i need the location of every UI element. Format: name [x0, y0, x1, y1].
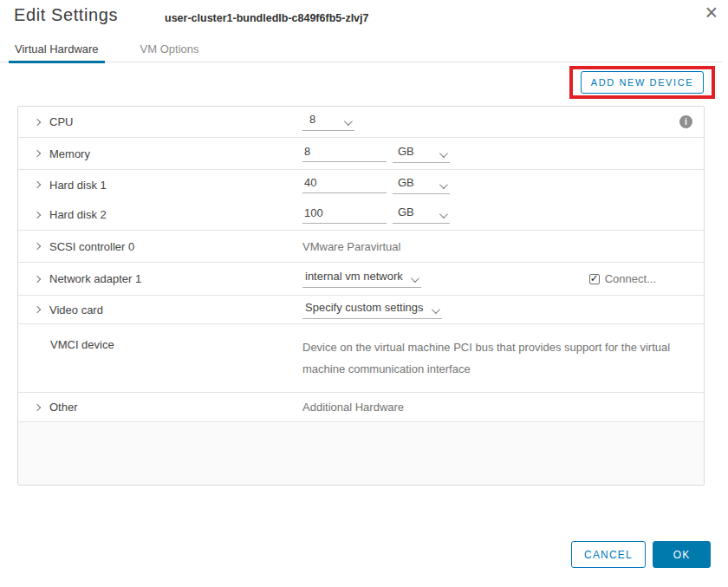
annotation-highlight-box: ADD NEW DEVICE — [569, 66, 715, 99]
connect-checkbox[interactable] — [589, 274, 600, 284]
info-icon[interactable]: i — [679, 115, 692, 128]
hard-disk-1-unit-value: GB — [398, 176, 414, 189]
close-icon[interactable]: × — [705, 2, 718, 23]
other-value: Additional Hardware — [302, 401, 404, 414]
expand-chevron-icon[interactable] — [34, 403, 41, 410]
expand-chevron-icon[interactable] — [34, 212, 41, 218]
network-select[interactable]: internal vm network — [302, 270, 421, 288]
chevron-down-icon — [411, 274, 419, 283]
table-empty-area — [18, 422, 704, 485]
tab-bar: Virtual Hardware VM Options — [0, 40, 722, 62]
scsi-value: VMware Paravirtual — [302, 240, 400, 253]
vmci-description: Device on the virtual machine PCI bus th… — [302, 336, 694, 380]
other-label: Other — [49, 401, 78, 414]
chevron-down-icon — [344, 117, 353, 126]
cpu-label: CPU — [49, 115, 73, 128]
video-label-cell: Video card — [18, 303, 302, 316]
expand-chevron-icon[interactable] — [34, 306, 41, 313]
memory-unit-select[interactable]: GB — [393, 145, 450, 163]
row-scsi-controller: SCSI controller 0 VMware Paravirtual — [18, 231, 704, 263]
hard-disk-1-label-cell: Hard disk 1 — [18, 179, 302, 192]
connect-option: Connect... — [589, 272, 656, 285]
row-hard-disk-1: Hard disk 1 GB — [18, 170, 704, 200]
hard-disk-2-label-cell: Hard disk 2 — [18, 208, 302, 221]
expand-chevron-icon[interactable] — [34, 181, 41, 188]
row-other: Other Additional Hardware — [18, 393, 704, 422]
memory-value-input[interactable] — [302, 145, 387, 162]
network-label: Network adapter 1 — [49, 272, 141, 285]
dialog-title: Edit Settings — [14, 5, 118, 25]
scsi-label: SCSI controller 0 — [49, 240, 134, 253]
expand-chevron-icon[interactable] — [34, 150, 41, 157]
cpu-count-select[interactable]: 8 — [302, 113, 354, 131]
row-memory: Memory GB — [18, 138, 704, 170]
row-hard-disk-2: Hard disk 2 GB — [18, 200, 704, 231]
tab-vm-options[interactable]: VM Options — [134, 40, 205, 62]
cpu-label-cell: CPU — [18, 115, 302, 128]
hard-disk-2-label: Hard disk 2 — [49, 208, 107, 221]
vmci-label: VMCI device — [50, 338, 114, 351]
row-video-card: Video card Specify custom settings — [18, 296, 704, 324]
add-new-device-button[interactable]: ADD NEW DEVICE — [581, 71, 704, 94]
row-network-adapter: Network adapter 1 internal vm network Co… — [18, 263, 704, 296]
row-vmci-device: VMCI device Device on the virtual machin… — [18, 324, 704, 393]
connect-label: Connect... — [605, 272, 656, 285]
hard-disk-1-unit-select[interactable]: GB — [393, 176, 450, 194]
video-settings-value: Specify custom settings — [305, 301, 424, 314]
hard-disk-2-unit-value: GB — [398, 205, 414, 218]
chevron-down-icon — [439, 210, 448, 218]
network-label-cell: Network adapter 1 — [18, 272, 302, 285]
chevron-down-icon — [432, 305, 440, 314]
other-label-cell: Other — [18, 401, 302, 414]
hard-disk-1-label: Hard disk 1 — [49, 179, 107, 192]
virtual-hardware-table: CPU 8 i Memory GB Hard d — [17, 106, 705, 486]
dialog-footer: CANCEL OK — [571, 541, 711, 568]
memory-label: Memory — [49, 147, 90, 160]
vmci-label-cell: VMCI device — [18, 324, 302, 351]
expand-chevron-icon[interactable] — [34, 275, 41, 282]
hard-disk-2-unit-select[interactable]: GB — [393, 205, 450, 224]
scsi-label-cell: SCSI controller 0 — [18, 240, 302, 253]
memory-unit-value: GB — [398, 145, 414, 158]
vm-name: user-cluster1-bundledlb-c849f6fb5-zlvj7 — [165, 12, 368, 24]
hard-disk-2-size-input[interactable] — [302, 206, 387, 224]
network-value: internal vm network — [305, 270, 403, 283]
chevron-down-icon — [439, 180, 448, 189]
expand-chevron-icon[interactable] — [34, 118, 41, 125]
hard-disk-1-size-input[interactable] — [302, 176, 387, 193]
tab-virtual-hardware[interactable]: Virtual Hardware — [9, 40, 105, 62]
row-cpu: CPU 8 i — [18, 107, 704, 138]
video-label: Video card — [49, 303, 103, 316]
ok-button[interactable]: OK — [653, 541, 711, 568]
memory-label-cell: Memory — [18, 147, 302, 160]
row-hard-disks: Hard disk 1 GB Hard disk 2 GB — [18, 170, 704, 231]
chevron-down-icon — [439, 149, 448, 158]
cancel-button[interactable]: CANCEL — [571, 541, 646, 568]
video-settings-select[interactable]: Specify custom settings — [302, 301, 442, 319]
cpu-count-value: 8 — [309, 113, 315, 126]
expand-chevron-icon[interactable] — [34, 243, 41, 250]
